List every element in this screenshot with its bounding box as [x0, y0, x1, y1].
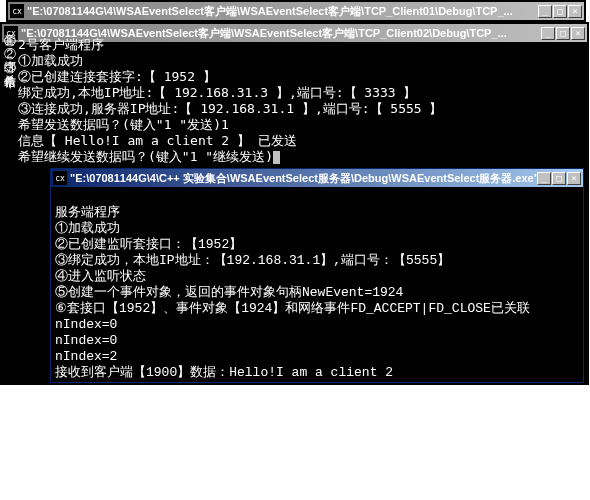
- titlebar-background: cx "E:\07081144G\4\WSAEventSelect客户端\WSA…: [8, 2, 584, 20]
- window-controls: _ □ ×: [541, 27, 585, 40]
- console-line: ①加载成功: [18, 53, 83, 68]
- cmd-icon: cx: [53, 171, 67, 185]
- close-button[interactable]: ×: [571, 27, 585, 40]
- minimize-button[interactable]: _: [537, 172, 551, 185]
- client-console-output: 2号客户端程序 ①加载成功 ②已创建连接套接字:【 1952 】 绑定成功,本地…: [18, 21, 443, 165]
- close-button[interactable]: ×: [568, 5, 582, 18]
- minimize-button[interactable]: _: [538, 5, 552, 18]
- console-line: 希望发送数据吗？(键入"1 "发送)1: [18, 117, 229, 132]
- console-line: nIndex=1: [55, 381, 117, 382]
- console-line: nIndex=2: [55, 349, 117, 364]
- background-console-window: cx "E:\07081144G\4\WSAEventSelect客户端\WSA…: [6, 0, 586, 22]
- server-console-window: cx "E:\07081144G\4\C++ 实验集合\WSAEventSele…: [50, 168, 584, 383]
- console-line: 绑定成功,本地IP地址:【 192.168.31.3 】,端口号:【 3333 …: [18, 85, 417, 100]
- maximize-button[interactable]: □: [553, 5, 567, 18]
- console-line: ④进入监听状态: [55, 269, 146, 284]
- console-line: ②已创建连接套接字:【 1952 】: [18, 69, 216, 84]
- console-line: 希望继续发送数据吗？(键入"1 "继续发送): [18, 149, 273, 164]
- close-button[interactable]: ×: [567, 172, 581, 185]
- console-line: ③绑定成功，本地IP地址：【192.168.31.1】,端口号：【5555】: [55, 253, 450, 268]
- maximize-button[interactable]: □: [556, 27, 570, 40]
- titlebar-text-server: "E:\07081144G\4\C++ 实验集合\WSAEventSelect服…: [70, 171, 537, 186]
- console-line: nIndex=0: [55, 333, 117, 348]
- console-line: 接收到客户端【1900】数据：Hello!I am a client 2: [55, 365, 393, 380]
- console-line: ⑥套接口【1952】、事件对象【1924】和网络事件FD_ACCEPT|FD_C…: [55, 301, 530, 316]
- window-controls: _ □ ×: [538, 5, 582, 18]
- console-line: 服务端程序: [55, 205, 120, 220]
- minimize-button[interactable]: _: [541, 27, 555, 40]
- client-console-left-column: 套①②绑③希信希: [3, 24, 16, 68]
- console-line: 2号客户端程序: [18, 37, 104, 52]
- console-line: ③连接成功,服务器IP地址:【 192.168.31.1 】,端口号:【 555…: [18, 101, 443, 116]
- titlebar-text-background: "E:\07081144G\4\WSAEventSelect客户端\WSAEve…: [27, 4, 538, 19]
- console-line: ②已创建监听套接口：【1952】: [55, 237, 242, 252]
- cursor-icon: [273, 151, 280, 164]
- console-line: 信息【 Hello!I am a client 2 】 已发送: [18, 133, 297, 148]
- maximize-button[interactable]: □: [552, 172, 566, 185]
- window-controls: _ □ ×: [537, 172, 581, 185]
- cmd-icon: cx: [10, 4, 24, 18]
- titlebar-server[interactable]: cx "E:\07081144G\4\C++ 实验集合\WSAEventSele…: [51, 169, 583, 187]
- console-line: ⑤创建一个事件对象，返回的事件对象句柄NewEvent=1924: [55, 285, 403, 300]
- console-line: ①加载成功: [55, 221, 120, 236]
- server-console-output[interactable]: 服务端程序 ①加载成功 ②已创建监听套接口：【1952】 ③绑定成功，本地IP地…: [51, 187, 583, 382]
- console-line: nIndex=0: [55, 317, 117, 332]
